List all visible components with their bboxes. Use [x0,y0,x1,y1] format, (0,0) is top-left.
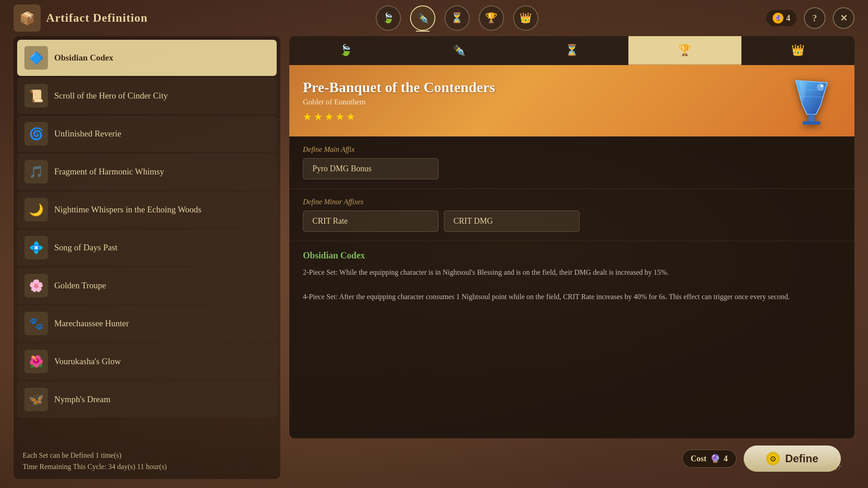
cost-display: Cost 🔮 4 [682,450,736,468]
artifact-name-reverie: Unfinished Reverie [54,129,121,139]
list-item[interactable]: 🌀 Unfinished Reverie [17,116,277,152]
list-item[interactable]: 📜 Scroll of the Hero of Cinder City [17,78,277,114]
tab-circlet[interactable]: 👑 [741,36,854,65]
artifact-name-song: Song of Days Past [54,243,118,253]
tab-sands[interactable]: ⏳ [515,36,628,65]
star-2: ★ [314,111,323,123]
artifact-banner-image [782,76,841,126]
action-bar: Cost 🔮 4 ⊙ Define UID: 815602917 [289,438,854,479]
svg-point-5 [821,84,823,87]
set-description: 2-Piece Set: While the equipping charact… [303,266,841,303]
cost-label: Cost [691,454,707,464]
list-item[interactable]: 🌸 Golden Troupe [17,267,277,304]
nav-tab-goblet[interactable]: 🏆 [479,5,504,31]
artifact-name-obsidian: Obsidian Codex [54,53,113,63]
artifact-detail-card: Pre-Banquet of the Contenders Goblet of … [289,65,854,438]
set-2pc-description: 2-Piece Set: While the equipping charact… [303,268,669,276]
star-4: ★ [335,111,344,123]
define-button-icon: ⊙ [766,452,780,465]
main-content: 🔷 Obsidian Codex 📜 Scroll of the Hero of… [0,36,868,488]
set-4pc-description: 4-Piece Set: After the equipping charact… [303,293,790,300]
artifact-stars: ★ ★ ★ ★ ★ [303,111,495,123]
list-item[interactable]: 🦋 Nymph's Dream [17,381,277,418]
artifact-thumb-obsidian: 🔷 [24,46,48,70]
minor-affix-boxes: CRIT Rate CRIT DMG [303,211,841,232]
currency-icon: 🔮 [773,13,783,23]
nav-tab-circlet[interactable]: 👑 [513,5,538,31]
artifact-name-scroll: Scroll of the Hero of Cinder City [54,91,168,101]
nav-tab-flower[interactable]: 🍃 [376,5,401,31]
artifact-detail-name: Pre-Banquet of the Contenders [303,79,495,96]
artifact-thumb-reverie: 🌀 [24,122,48,145]
list-item[interactable]: 🌺 Vourukasha's Glow [17,343,277,380]
detail-panel: 🍃 ✒️ ⏳ 🏆 👑 Pre-Banquet of the Contenders… [289,36,854,479]
close-button[interactable]: ✕ [833,7,854,29]
star-5: ★ [346,111,355,123]
star-3: ★ [325,111,334,123]
status-line2: Time Remaining This Cycle: 34 day(s) 11 … [23,461,271,473]
svg-point-4 [817,84,824,91]
tab-flower[interactable]: 🍃 [289,36,402,65]
help-button[interactable]: ? [804,7,826,29]
minor-affix-crit-dmg[interactable]: CRIT DMG [444,211,580,232]
minor-affix-section: Define Minor Affixes CRIT Rate CRIT DMG [289,189,854,241]
nav-tab-sands[interactable]: ⏳ [444,5,470,31]
artifact-banner: Pre-Banquet of the Contenders Goblet of … [289,65,854,136]
artifact-thumb-vourukasha: 🌺 [24,350,48,373]
artifact-list-panel: 🔷 Obsidian Codex 📜 Scroll of the Hero of… [14,36,280,479]
header-actions: 🔮 4 ? ✕ [766,7,854,29]
define-button-label: Define [785,452,818,465]
top-nav: 🍃 ✒️ ⏳ 🏆 👑 [148,5,766,31]
artifact-thumb-golden: 🌸 [24,274,48,297]
minor-affix-label: Define Minor Affixes [303,198,841,206]
artifact-name-golden: Golden Troupe [54,281,106,291]
cycle-status: Each Set can be Defined 1 time(s) Time R… [14,443,280,479]
tab-plume[interactable]: ✒️ [402,36,515,65]
cost-value: 4 [724,454,728,464]
list-item[interactable]: 🔷 Obsidian Codex [17,40,277,76]
main-affix-value[interactable]: Pyro DMG Bonus [303,158,439,179]
main-affix-boxes: Pyro DMG Bonus [303,158,841,179]
cost-icon: 🔮 [710,454,720,464]
svg-rect-2 [802,121,821,125]
main-affix-label: Define Main Affix [303,145,841,154]
currency-display: 🔮 4 [766,10,797,26]
artifact-thumb-scroll: 📜 [24,84,48,108]
uid-display: UID: 815602917 [795,464,841,472]
artifact-thumb-nymph: 🦋 [24,388,48,411]
artifact-name-nighttime: Nighttime Whispers in the Echoing Woods [54,205,202,215]
list-item[interactable]: 💠 Song of Days Past [17,230,277,266]
app-icon: 📦 [14,5,41,32]
app-title: Artifact Definition [46,11,148,25]
list-item[interactable]: 🐾 Marechaussee Hunter [17,305,277,342]
tab-goblet[interactable]: 🏆 [628,36,741,65]
artifact-list: 🔷 Obsidian Codex 📜 Scroll of the Hero of… [14,36,280,443]
set-description-section: Obsidian Codex 2-Piece Set: While the eq… [289,241,854,438]
artifact-name-fragment: Fragment of Harmonic Whimsy [54,167,164,177]
artifact-type-tabs: 🍃 ✒️ ⏳ 🏆 👑 [289,36,854,65]
artifact-detail-type: Goblet of Eonothem [303,98,495,107]
currency-count: 4 [786,14,790,23]
main-affix-section: Define Main Affix Pyro DMG Bonus [289,136,854,189]
artifact-name-marechaussee: Marechaussee Hunter [54,319,129,328]
list-item[interactable]: 🌙 Nighttime Whispers in the Echoing Wood… [17,192,277,228]
artifact-thumb-song: 💠 [24,236,48,259]
star-1: ★ [303,111,312,123]
status-line1: Each Set can be Defined 1 time(s) [23,450,271,461]
artifact-thumb-nighttime: 🌙 [24,198,48,221]
artifact-thumb-fragment: 🎵 [24,160,48,183]
list-item[interactable]: 🎵 Fragment of Harmonic Whimsy [17,154,277,190]
nav-tab-feather[interactable]: ✒️ [410,5,435,31]
set-name: Obsidian Codex [303,250,841,261]
minor-affix-crit-rate[interactable]: CRIT Rate [303,211,439,232]
artifact-thumb-marechaussee: 🐾 [24,312,48,335]
app-header: 📦 Artifact Definition 🍃 ✒️ ⏳ 🏆 👑 🔮 4 ? ✕ [0,0,868,36]
artifact-name-vourukasha: Vourukasha's Glow [54,357,121,366]
artifact-name-nymph: Nymph's Dream [54,394,110,404]
